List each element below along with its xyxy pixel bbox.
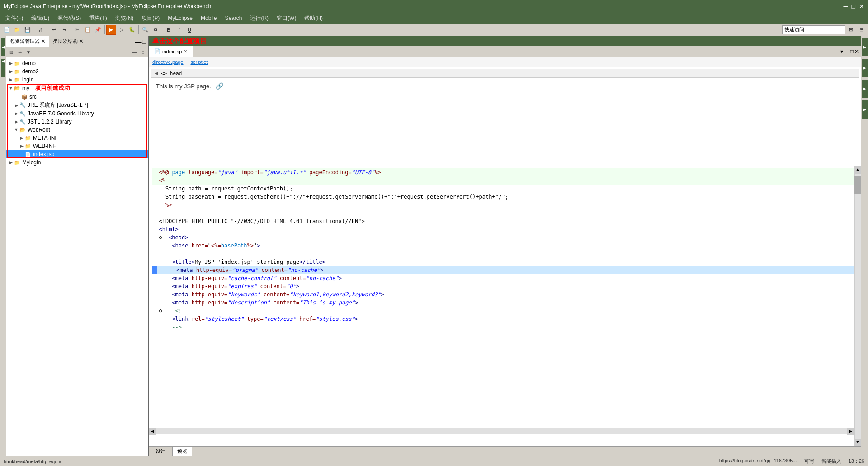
- toolbar-debug[interactable]: 🐛: [127, 25, 137, 35]
- bottom-tab-design[interactable]: 设计: [151, 447, 170, 456]
- menu-source[interactable]: 源代码(S): [54, 14, 85, 23]
- bottom-tab-preview[interactable]: 预览: [172, 447, 192, 456]
- menu-run[interactable]: 运行(R): [246, 14, 272, 23]
- menu-mobile[interactable]: Mobile: [197, 14, 220, 22]
- tree-item-mylogin[interactable]: ▶ 📁 Mylogin: [6, 158, 148, 166]
- exp-collapse-all[interactable]: ⊟: [7, 48, 15, 56]
- right-strip-btn3[interactable]: ▶: [862, 80, 868, 98]
- tree-item-src[interactable]: 📦 src: [6, 93, 148, 101]
- tree-item-jre[interactable]: ▶ 🔧 JRE 系统库 [JavaSE-1.7]: [6, 101, 148, 109]
- preview-link-icon[interactable]: 🔗: [216, 82, 223, 90]
- editor-close[interactable]: ✕: [854, 48, 859, 55]
- left-strip-btn2[interactable]: ◀: [1, 59, 5, 77]
- toolbar-layout2[interactable]: ⊟: [856, 25, 866, 35]
- tab-close-indexjsp[interactable]: ✕: [184, 49, 187, 54]
- exp-link-editor[interactable]: ⇔: [16, 48, 24, 56]
- explorer-minimize[interactable]: —: [135, 38, 142, 45]
- code-horizontal-scrollbar[interactable]: ◀ ▶: [149, 428, 854, 434]
- tree-item-demo2[interactable]: ▶ 📁 demo2: [6, 67, 148, 76]
- menu-search[interactable]: Search: [221, 14, 245, 22]
- toolbar-print[interactable]: 🖨: [36, 25, 46, 35]
- statusbar-right: https://blog.csdn.net/qq_4167305... 可写 智…: [719, 458, 864, 465]
- sec-tab-scriptlet[interactable]: scriptlet: [189, 59, 210, 65]
- explorer-maximize[interactable]: □: [142, 38, 146, 45]
- tree-toggle-webroot[interactable]: ▼: [14, 128, 19, 132]
- tree-toggle-javaee[interactable]: ▶: [14, 111, 19, 116]
- explorer-content-wrapper: ▶ 📁 demo ▶ 📁 demo2 ▶ 📁 login: [6, 57, 148, 456]
- menu-file[interactable]: 文件(F): [2, 14, 27, 23]
- explorer-tab-packages[interactable]: 包资源管理器 ✕: [6, 36, 49, 47]
- tree-toggle-metainf[interactable]: ▶: [19, 136, 24, 140]
- editor-minimize[interactable]: —: [844, 48, 849, 55]
- editor-view-menu[interactable]: ▾: [840, 48, 843, 55]
- toolbar-run[interactable]: ▷: [117, 25, 127, 35]
- toolbar-new[interactable]: 📄: [2, 25, 12, 35]
- tree-item-javaee[interactable]: ▶ 🔧 JavaEE 7.0 Generic Library: [6, 109, 148, 118]
- toolbar-ref[interactable]: ♻: [151, 25, 160, 35]
- head-section-header[interactable]: ◄ <> head: [151, 69, 859, 78]
- tree-item-metainf[interactable]: ▶ 📁 META-INF: [6, 134, 148, 142]
- tree-toggle-webinf[interactable]: ▶: [19, 144, 24, 148]
- toolbar-search[interactable]: 🔍: [140, 25, 150, 35]
- exp-minimize2[interactable]: —: [130, 48, 138, 56]
- scrollbar-right[interactable]: ▶: [847, 428, 854, 435]
- tree-label-demo2: demo2: [22, 68, 39, 75]
- tree-item-jstl[interactable]: ▶ 🔧 JSTL 1.2.2 Library: [6, 118, 148, 126]
- menu-navigate[interactable]: 浏览(N): [112, 14, 137, 23]
- sec-tab-directive[interactable]: directive.page: [151, 59, 185, 65]
- scrollbar-left[interactable]: ◀: [149, 428, 156, 435]
- toolbar-open[interactable]: 📁: [12, 25, 22, 35]
- restore-button[interactable]: □: [852, 3, 855, 10]
- minimize-button[interactable]: ─: [844, 3, 848, 10]
- menu-myeclipse[interactable]: MyEclipse: [164, 14, 196, 22]
- scrollbar-down[interactable]: ▼: [854, 439, 861, 446]
- code-vertical-scrollbar[interactable]: ▲ ▼: [854, 166, 861, 446]
- toolbar-undo[interactable]: ↩: [49, 25, 59, 35]
- menu-window[interactable]: 窗口(W): [273, 14, 300, 23]
- tree-toggle-jre[interactable]: ▶: [14, 103, 19, 108]
- editor-tab-indexjsp[interactable]: 📄 index.jsp ✕: [149, 46, 193, 57]
- tree-item-login[interactable]: ▶ 📁 login: [6, 76, 148, 84]
- toolbar-paste[interactable]: 📌: [93, 25, 103, 35]
- toolbar-layout1[interactable]: ⊞: [846, 25, 856, 35]
- menu-help[interactable]: 帮助(H): [301, 14, 326, 23]
- left-strip-btn1[interactable]: ◀: [1, 38, 5, 56]
- tree-item-indexjsp[interactable]: 📄 index.jsp: [6, 150, 148, 158]
- toolbar-i[interactable]: I: [174, 25, 184, 35]
- code-pane[interactable]: <%@ page language="java" import="java.ut…: [149, 166, 861, 446]
- explorer-tab-hierarchy[interactable]: 类层次结构 ✕: [49, 36, 87, 47]
- toolbar-b[interactable]: B: [164, 25, 174, 35]
- tree-item-webinf[interactable]: ▶ 📁 WEB-INF: [6, 142, 148, 150]
- tree-toggle-jstl[interactable]: ▶: [14, 119, 19, 124]
- right-strip-btn2[interactable]: ▶: [862, 59, 868, 77]
- annotation-configure: 单击这个配置项目: [152, 37, 207, 46]
- exp-menu[interactable]: ▼: [24, 48, 33, 56]
- tree-toggle-demo[interactable]: ▶: [8, 61, 14, 66]
- close-button[interactable]: ✕: [859, 3, 864, 10]
- exp-maximize2[interactable]: □: [139, 48, 147, 56]
- toolbar-cut[interactable]: ✂: [72, 25, 82, 35]
- tree-item-my[interactable]: ▼ 📂 my 项目创建成功: [6, 84, 148, 93]
- tree-toggle-demo2[interactable]: ▶: [8, 69, 14, 74]
- menu-refactor[interactable]: 重构(T): [85, 14, 110, 23]
- toolbar-copy[interactable]: 📋: [83, 25, 93, 35]
- bottom-tabs: 设计 预览: [149, 446, 861, 456]
- toolbar-deploy[interactable]: ▶: [106, 25, 116, 35]
- scrollbar-up[interactable]: ▲: [854, 166, 861, 174]
- quick-access-input[interactable]: [782, 25, 845, 34]
- right-strip-btn1[interactable]: ▶: [862, 38, 868, 56]
- tree-toggle-my[interactable]: ▼: [8, 86, 14, 90]
- menu-edit[interactable]: 编辑(E): [28, 14, 53, 23]
- tree-toggle-mylogin[interactable]: ▶: [8, 160, 14, 165]
- toolbar-save[interactable]: 💾: [23, 25, 33, 35]
- tree-item-webroot[interactable]: ▼ 📂 WebRoot: [6, 126, 148, 134]
- tree-item-demo[interactable]: ▶ 📁 demo: [6, 59, 148, 67]
- toolbar-redo[interactable]: ↪: [59, 25, 69, 35]
- scrollbar-thumb[interactable]: [854, 176, 861, 194]
- editor-maximize[interactable]: □: [850, 48, 854, 55]
- menu-project[interactable]: 项目(P): [138, 14, 163, 23]
- right-strip-btn4[interactable]: ▶: [862, 100, 868, 119]
- tree-toggle-login[interactable]: ▶: [8, 77, 14, 82]
- annotation-project-created: 项目创建成功: [35, 84, 70, 92]
- toolbar-u[interactable]: U: [184, 25, 194, 35]
